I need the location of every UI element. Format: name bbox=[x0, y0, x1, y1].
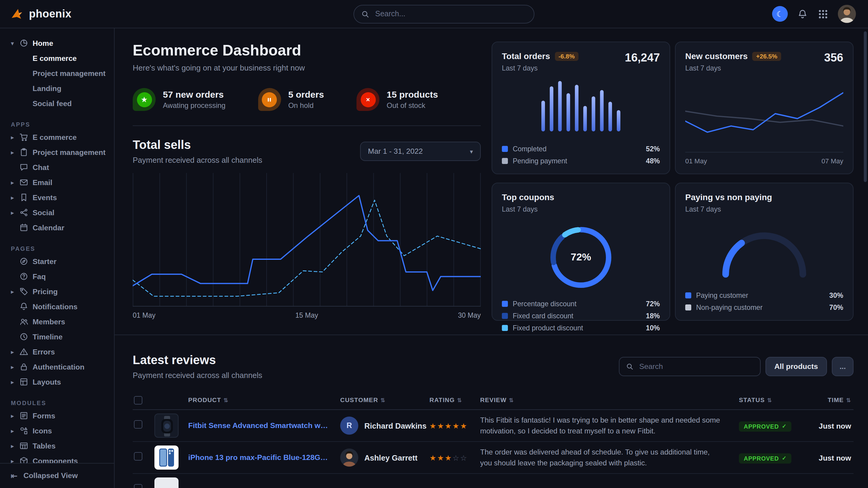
sidebar-item[interactable]: ▸ Email bbox=[6, 175, 108, 190]
stat-title: 15 products bbox=[386, 89, 438, 99]
row-checkbox[interactable] bbox=[134, 420, 142, 429]
sidebar-item[interactable]: ▸ Pricing bbox=[6, 284, 108, 299]
legend-row: Fixed product discount 10% bbox=[502, 324, 660, 331]
sidebar-item[interactable]: ▸ Events bbox=[6, 190, 108, 205]
column-header-product[interactable]: PRODUCT⇅ bbox=[188, 397, 340, 403]
brand-name[interactable]: phoenix bbox=[29, 7, 71, 20]
sidebar-item-label: Members bbox=[33, 317, 65, 326]
stat-subtitle: On hold bbox=[288, 101, 324, 110]
moon-icon: ☾ bbox=[776, 9, 783, 19]
review-text: This Fitbit is fantastic! I was trying t… bbox=[480, 415, 739, 436]
column-header-status[interactable]: STATUS⇅ bbox=[739, 397, 806, 403]
collapse-label: Collapsed View bbox=[24, 471, 78, 480]
reviews-search[interactable] bbox=[619, 357, 760, 376]
sidebar-item[interactable]: Social feed bbox=[6, 96, 108, 111]
customer-avatar[interactable]: R bbox=[340, 417, 358, 435]
legend-swatch bbox=[685, 304, 691, 310]
all-products-button[interactable]: All products bbox=[765, 357, 827, 376]
sidebar-item[interactable]: ▸ Forms bbox=[6, 408, 108, 423]
legend-label: Non-paying customer bbox=[696, 303, 825, 311]
scrollbar-thumb[interactable] bbox=[864, 31, 867, 182]
sidebar-item[interactable]: APPS bbox=[6, 119, 108, 130]
sidebar-item[interactable]: Members bbox=[6, 314, 108, 329]
legend-value: 72% bbox=[646, 300, 660, 307]
select-all-checkbox[interactable] bbox=[134, 396, 142, 404]
brand[interactable]: phoenix bbox=[10, 7, 116, 21]
sidebar-item[interactable]: Project management bbox=[6, 66, 108, 81]
sidebar-item[interactable]: Calendar bbox=[6, 220, 108, 235]
customer-name: Richard Dawkins bbox=[364, 421, 427, 430]
sidebar-item[interactable]: ▸ Project management bbox=[6, 145, 108, 160]
more-options-button[interactable]: ... bbox=[832, 357, 854, 376]
sidebar-item-label: Layouts bbox=[33, 378, 61, 386]
sidebar-item[interactable]: ▾ Home bbox=[6, 36, 108, 51]
apps-menu-button[interactable] bbox=[817, 8, 829, 20]
sidebar-item[interactable]: PAGES bbox=[6, 243, 108, 254]
sidebar-item[interactable]: ▸ Social bbox=[6, 205, 108, 220]
legend-row: Fixed card discount 18% bbox=[502, 312, 660, 320]
product-image[interactable] bbox=[154, 414, 179, 438]
sidebar-item[interactable]: ▸ Icons bbox=[6, 423, 108, 438]
row-checkbox[interactable] bbox=[134, 452, 142, 461]
sidebar-item[interactable]: MODULES bbox=[6, 397, 108, 408]
product-link[interactable]: Fitbit Sense Advanced Smartwatch with To… bbox=[188, 421, 340, 430]
global-search[interactable] bbox=[353, 4, 534, 23]
sidebar-item[interactable]: Starter bbox=[6, 254, 108, 269]
status-badge: APPROVED ✓ bbox=[739, 453, 792, 463]
sidebar-item[interactable]: Notifications bbox=[6, 299, 108, 314]
mail-icon bbox=[19, 178, 28, 187]
caret-icon: ▸ bbox=[10, 194, 15, 200]
legend-value: 70% bbox=[829, 303, 843, 311]
sidebar-item[interactable]: Chat bbox=[6, 160, 108, 175]
sidebar-item[interactable]: ▸ E commerce bbox=[6, 130, 108, 145]
sidebar-item[interactable]: ▸ Tables bbox=[6, 438, 108, 453]
legend-row: Paying customer 30% bbox=[685, 291, 843, 299]
sidebar-item[interactable]: Faq bbox=[6, 269, 108, 284]
top-navbar: phoenix ☾ bbox=[0, 0, 868, 28]
sidebar-item[interactable]: Landing bbox=[6, 81, 108, 96]
product-image[interactable] bbox=[154, 478, 179, 488]
customer-name: Ashley Garrett bbox=[364, 453, 417, 462]
legend-swatch bbox=[502, 313, 508, 319]
theme-toggle-button[interactable]: ☾ bbox=[772, 6, 788, 22]
card-title: Top coupons bbox=[502, 192, 554, 202]
sidebar-item[interactable]: ▸ Authentication bbox=[6, 359, 108, 375]
sidebar-item[interactable]: ▸ Layouts bbox=[6, 375, 108, 389]
date-range-select[interactable]: Mar 1 - 31, 2022 ▾ bbox=[360, 142, 481, 161]
reviews-search-input[interactable] bbox=[638, 362, 753, 371]
caret-icon: ▸ bbox=[10, 349, 15, 355]
sort-icon: ⇅ bbox=[223, 397, 228, 403]
notifications-button[interactable] bbox=[797, 8, 808, 20]
sidebar-item[interactable]: ▸ Errors bbox=[6, 344, 108, 359]
legend-value: 48% bbox=[646, 157, 660, 165]
user-avatar[interactable] bbox=[838, 5, 856, 23]
stat-title: 5 orders bbox=[288, 89, 324, 99]
sidebar-item[interactable]: E commerce bbox=[6, 51, 108, 66]
total-sells-subtitle: Payment received across all channels bbox=[133, 156, 262, 165]
caret-icon: ▸ bbox=[10, 443, 15, 449]
customer-avatar[interactable] bbox=[340, 449, 358, 466]
column-header-time[interactable]: TIME⇅ bbox=[806, 397, 854, 403]
column-header-rating[interactable]: RATING⇅ bbox=[430, 397, 480, 403]
sidebar-item-label: Tables bbox=[33, 442, 56, 450]
collapse-view-toggle[interactable]: ⇤ Collapsed View bbox=[0, 463, 114, 488]
sidebar-item[interactable]: Timeline bbox=[6, 329, 108, 344]
sidebar-item-label: APPS bbox=[11, 121, 30, 128]
product-image[interactable] bbox=[154, 446, 179, 469]
column-header-customer[interactable]: CUSTOMER⇅ bbox=[340, 397, 430, 403]
sidebar-item-label: Home bbox=[33, 39, 53, 47]
sidebar-item-label: E commerce bbox=[33, 54, 76, 62]
search-icon bbox=[626, 363, 633, 370]
x-tick: 07 May bbox=[822, 157, 843, 165]
sidebar-item-label: Starter bbox=[33, 257, 56, 265]
sidebar-item-label: PAGES bbox=[11, 245, 35, 252]
column-header-review[interactable]: REVIEW⇅ bbox=[480, 397, 739, 403]
row-checkbox[interactable] bbox=[134, 484, 142, 488]
legend-value: 18% bbox=[646, 312, 660, 320]
review-time: Just now bbox=[819, 454, 851, 462]
lock-icon bbox=[19, 362, 28, 371]
product-link[interactable]: iPhone 13 pro max-Pacific Blue-128GB sto… bbox=[188, 453, 340, 462]
global-search-input[interactable] bbox=[374, 9, 527, 19]
legend-row: Completed 52% bbox=[502, 145, 660, 153]
stat-item: 5 orders On hold bbox=[258, 88, 324, 111]
